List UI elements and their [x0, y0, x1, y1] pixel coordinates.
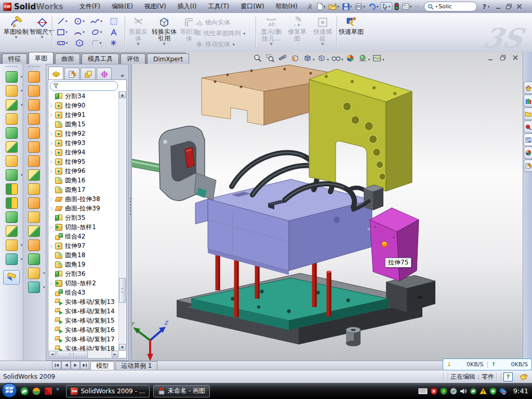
expand-arrow-icon[interactable]: ▷ — [49, 113, 55, 117]
view-orientation-icon[interactable] — [301, 53, 313, 63]
rebuild-traffic-light-icon[interactable] — [393, 2, 400, 12]
expand-arrow-icon[interactable]: ▷ — [49, 150, 55, 155]
view-palette-tab[interactable] — [524, 134, 532, 146]
combine-tool-icon[interactable] — [6, 211, 18, 223]
minimize-button[interactable] — [496, 4, 501, 9]
security-alert-tray-icon[interactable] — [430, 388, 437, 395]
appearances-scenes-tab[interactable] — [524, 147, 532, 159]
sketch-fillet-tool-icon[interactable]: ▾ — [88, 39, 105, 46]
scroll-up-button[interactable]: ▲ — [119, 91, 126, 98]
messenger-tray-icon[interactable] — [470, 388, 477, 395]
tree-item[interactable]: 实体-移动/复制16 — [49, 325, 119, 335]
instant3d-button[interactable] — [3, 270, 20, 285]
zoom-fit-icon[interactable] — [251, 53, 263, 63]
expand-arrow-icon[interactable]: ▷ — [49, 131, 55, 136]
first-tab-button[interactable] — [52, 361, 61, 369]
tree-item[interactable]: 实体-移动/复制15 — [49, 316, 119, 325]
untrim-surface-tool-icon[interactable] — [28, 211, 40, 223]
tree-item[interactable]: 分割34 — [49, 91, 119, 101]
slot-tool-icon[interactable]: ▾ — [54, 40, 71, 46]
motion-study-tab[interactable]: 运动算例 1 — [115, 361, 157, 370]
tree-item[interactable]: 圆角19 — [49, 260, 119, 269]
tree-item[interactable]: 圆角16 — [49, 176, 119, 185]
toolbar-overflow-icon[interactable]: ⋯ — [414, 2, 421, 12]
tree-item[interactable]: ▷切除-放样2 — [49, 278, 119, 288]
hide-show-items-icon[interactable] — [330, 53, 342, 63]
extruded-boss-tool-icon[interactable] — [6, 71, 18, 83]
scroll-right-button[interactable]: ► — [112, 351, 118, 357]
tree-item[interactable]: ▷拉伸93 — [49, 138, 119, 148]
previous-tab-button[interactable] — [61, 361, 71, 369]
tree-item[interactable]: 组合43 — [49, 288, 119, 297]
menu-help[interactable]: 帮助(H) — [270, 1, 303, 12]
curve-tool-icon[interactable] — [6, 254, 18, 265]
keyboard-layout-icon[interactable] — [418, 388, 428, 394]
tree-vertical-scrollbar[interactable]: ▲ ▼ — [118, 91, 126, 351]
scroll-thumb[interactable] — [57, 351, 88, 357]
restore-button[interactable] — [506, 4, 512, 9]
edit-appearance-icon[interactable] — [344, 53, 356, 63]
zoom-area-icon[interactable] — [264, 53, 276, 63]
model-tab[interactable]: 模型 — [90, 361, 114, 370]
menu-insert[interactable]: 插入(I) — [172, 1, 203, 12]
lofted-surface-tool-icon[interactable] — [28, 113, 40, 125]
draft-tool-icon[interactable] — [6, 155, 18, 167]
tab-evaluate[interactable]: 评估 — [121, 54, 145, 64]
line-tool-icon[interactable]: ▾ — [54, 17, 71, 25]
rectangle-tool-icon[interactable]: ▾ — [54, 29, 71, 36]
expand-arrow-icon[interactable]: ▷ — [49, 197, 55, 202]
tree-item[interactable]: ▷拉伸91 — [49, 110, 119, 119]
scroll-left-button[interactable]: ◄ — [49, 351, 56, 357]
thicken-tool-icon[interactable] — [28, 225, 40, 237]
expand-arrow-icon[interactable]: ▷ — [49, 141, 55, 145]
tree-item[interactable]: 圆角18 — [49, 250, 119, 260]
knit-surface-tool-icon[interactable] — [28, 169, 40, 181]
solidworks-resources-tab[interactable] — [524, 82, 532, 94]
dropdown-icon[interactable]: ▾ — [313, 58, 315, 62]
undo-button[interactable]: ▾ — [367, 2, 380, 12]
help-button[interactable]: ? — [482, 3, 486, 10]
tree-item[interactable]: 圆角15 — [49, 119, 119, 129]
reference-point-tool-icon[interactable] — [28, 268, 40, 279]
configuration-manager-tab[interactable] — [81, 68, 96, 80]
close-button[interactable] — [516, 4, 522, 9]
sketch-draw-button[interactable]: 草图绘制▼ — [3, 16, 29, 39]
update-badge-tray-icon[interactable] — [450, 388, 457, 395]
doc-restore-button[interactable] — [500, 55, 506, 61]
expand-arrow-icon[interactable]: ▷ — [49, 281, 55, 286]
arc-tool-icon[interactable]: ▾ — [71, 29, 88, 36]
search-input[interactable]: Solic — [438, 3, 452, 10]
search-dropdown-icon[interactable]: ▾ — [435, 5, 437, 9]
expand-arrow-icon[interactable]: ▷ — [49, 103, 55, 108]
taskbar-clock[interactable]: 9:41 — [513, 387, 528, 395]
last-tab-button[interactable] — [80, 361, 89, 369]
smart-dimension-button[interactable]: 智能尺寸▼ — [29, 16, 55, 39]
tab-surfaces[interactable]: 曲面 — [55, 54, 80, 64]
help-dropdown-icon[interactable]: ▾ — [488, 5, 490, 9]
doc-close-button[interactable] — [512, 55, 518, 61]
planar-surface-tool-icon[interactable] — [28, 155, 40, 167]
antivirus-tray-icon[interactable] — [440, 388, 447, 395]
taskbar-window-paint[interactable]: 未命名 - 画图 — [153, 385, 210, 397]
rapid-sketch-button[interactable]: 快速草图 — [339, 16, 364, 35]
tab-features[interactable]: 特征 — [2, 54, 27, 64]
next-tab-button[interactable] — [71, 361, 80, 369]
point-tool-icon[interactable] — [105, 39, 122, 46]
selection-box-icon[interactable] — [105, 17, 122, 25]
trim-surface-tool-icon[interactable] — [28, 197, 40, 209]
menu-window[interactable]: 窗口(W) — [235, 1, 270, 12]
dropdown-icon[interactable]: ▾ — [327, 58, 329, 62]
panel-overflow-chevron[interactable]: » — [121, 72, 127, 80]
linear-pattern-tool-icon[interactable] — [6, 169, 18, 181]
extend-surface-tool-icon[interactable] — [28, 183, 40, 195]
tree-item[interactable]: 圆角17 — [49, 185, 119, 194]
shield-plus-tray-icon[interactable] — [489, 388, 497, 395]
filled-surface-tool-icon[interactable] — [28, 240, 40, 251]
menu-tools[interactable]: 工具(T) — [202, 1, 235, 12]
dropdown-icon[interactable]: ▾ — [341, 58, 343, 62]
scroll-down-button[interactable]: ▼ — [119, 344, 126, 351]
tree-item[interactable]: ▷拉伸95 — [49, 157, 119, 166]
dimxpert-manager-tab[interactable] — [97, 68, 112, 80]
expand-arrow-icon[interactable]: ▷ — [49, 225, 55, 230]
part-gray-clamp[interactable] — [159, 126, 216, 201]
